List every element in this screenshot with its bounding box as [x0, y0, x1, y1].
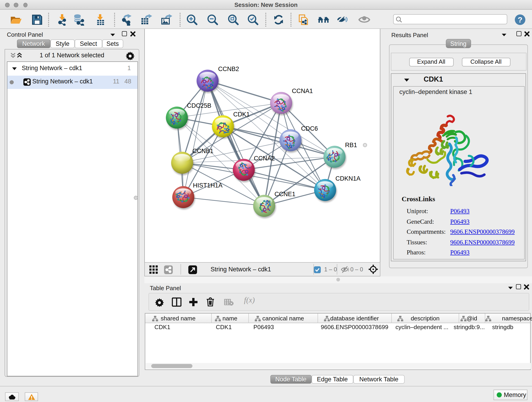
svg-text:CCNE1: CCNE1 [274, 191, 295, 198]
svg-text:CCNA1: CCNA1 [292, 88, 313, 95]
svg-text:CCNB2: CCNB2 [218, 65, 239, 72]
svg-text:?: ? [518, 15, 523, 24]
svg-text:CCNB1: CCNB1 [192, 148, 213, 154]
svg-text:CDK1: CDK1 [233, 111, 249, 118]
svg-text:CDC25B: CDC25B [187, 102, 211, 109]
svg-text:CDKN1A: CDKN1A [335, 175, 360, 182]
svg-text:CCNA2: CCNA2 [254, 155, 275, 162]
svg-text:RB1: RB1 [345, 142, 357, 148]
svg-text:CDC6: CDC6 [301, 125, 318, 132]
svg-text:HIST1H1A: HIST1H1A [193, 182, 222, 189]
